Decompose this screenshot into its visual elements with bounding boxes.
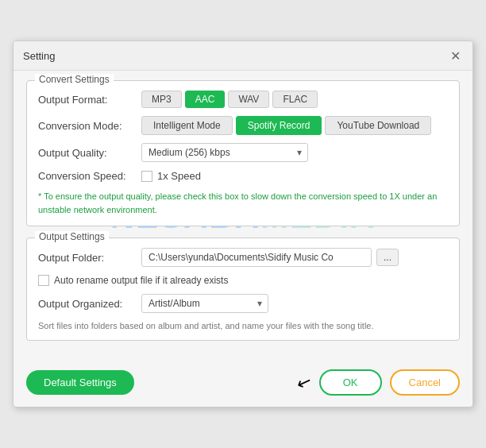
format-flac-button[interactable]: FLAC xyxy=(272,91,318,108)
dialog-body: NESABAMEDIA Convert Settings Output Form… xyxy=(14,71,472,363)
output-quality-row: Output Quality: Low (128) kbps Medium (2… xyxy=(38,143,448,162)
conversion-speed-label: Conversion Speed: xyxy=(38,170,141,182)
output-quality-label: Output Quality: xyxy=(38,147,141,159)
speed-controls: 1x Speed xyxy=(141,170,201,182)
quality-select-wrapper: Low (128) kbps Medium (256) kbps High (3… xyxy=(141,143,308,162)
output-format-label: Output Format: xyxy=(38,94,141,106)
output-settings-legend: Output Settings xyxy=(35,231,109,242)
settings-dialog: Setting ✕ NESABAMEDIA Convert Settings O… xyxy=(13,41,473,407)
arrow-icon: ↙ xyxy=(294,370,314,395)
conversion-note: * To ensure the output quality, please c… xyxy=(38,190,448,216)
auto-rename-row: Auto rename output file if it already ex… xyxy=(38,275,448,286)
organized-select-wrapper: None Artist Album Artist/Album xyxy=(141,294,268,313)
speed-label: 1x Speed xyxy=(157,170,201,182)
output-format-row: Output Format: MP3 AAC WAV FLAC xyxy=(38,91,448,108)
ok-button[interactable]: OK xyxy=(319,369,382,396)
sort-note: Sort files into folders based on album a… xyxy=(38,321,448,330)
cancel-button[interactable]: Cancel xyxy=(390,369,460,396)
conversion-speed-row: Conversion Speed: 1x Speed xyxy=(38,170,448,182)
format-mp3-button[interactable]: MP3 xyxy=(141,91,182,108)
organized-select[interactable]: None Artist Album Artist/Album xyxy=(141,294,268,313)
output-folder-label: Output Folder: xyxy=(38,252,141,264)
format-buttons: MP3 AAC WAV FLAC xyxy=(141,91,318,108)
auto-rename-checkbox[interactable] xyxy=(38,275,49,286)
title-bar: Setting ✕ xyxy=(14,41,472,71)
output-organized-row: Output Organized: None Artist Album Arti… xyxy=(38,294,448,313)
mode-youtube-button[interactable]: YouTube Download xyxy=(325,116,431,135)
output-organized-label: Output Organized: xyxy=(38,298,141,310)
browse-button[interactable]: ... xyxy=(376,249,399,266)
conversion-mode-label: Conversion Mode: xyxy=(38,120,141,132)
convert-settings-section: Convert Settings Output Format: MP3 AAC … xyxy=(26,80,460,226)
auto-rename-label: Auto rename output file if it already ex… xyxy=(54,275,228,286)
convert-settings-legend: Convert Settings xyxy=(35,74,114,85)
quality-select[interactable]: Low (128) kbps Medium (256) kbps High (3… xyxy=(141,143,308,162)
dialog-footer: Default Settings ↙ OK Cancel xyxy=(14,363,472,407)
output-folder-row: Output Folder: ... xyxy=(38,248,448,267)
close-button[interactable]: ✕ xyxy=(447,48,463,64)
dialog-title: Setting xyxy=(23,50,55,62)
folder-input-group: ... xyxy=(141,248,399,267)
format-aac-button[interactable]: AAC xyxy=(185,91,226,108)
mode-spotify-button[interactable]: Spotify Record xyxy=(236,116,322,135)
speed-checkbox[interactable] xyxy=(141,171,152,182)
mode-buttons: Intelligent Mode Spotify Record YouTube … xyxy=(141,116,431,135)
footer-right: ↙ OK Cancel xyxy=(297,369,460,396)
folder-input[interactable] xyxy=(141,248,372,267)
mode-intelligent-button[interactable]: Intelligent Mode xyxy=(141,116,233,135)
output-settings-section: Output Settings Output Folder: ... Auto … xyxy=(26,238,460,341)
default-settings-button[interactable]: Default Settings xyxy=(26,370,134,395)
format-wav-button[interactable]: WAV xyxy=(228,91,269,108)
conversion-mode-row: Conversion Mode: Intelligent Mode Spotif… xyxy=(38,116,448,135)
